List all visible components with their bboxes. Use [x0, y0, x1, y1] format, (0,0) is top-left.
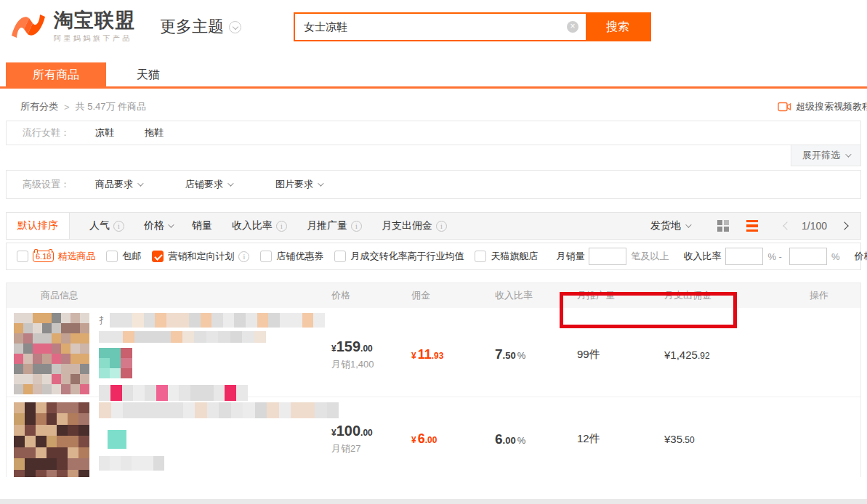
info-icon[interactable] — [436, 221, 447, 232]
col-monthly-commission: 月支出佣金 — [664, 289, 810, 302]
taobao-union-logo-icon — [9, 10, 48, 44]
info-icon[interactable] — [238, 251, 249, 262]
col-actions: 操作 — [810, 289, 860, 302]
commission-cell: ¥6.00 — [411, 431, 495, 447]
sort-popularity[interactable]: 人气 — [89, 219, 124, 232]
monthly-sales-suffix: 笔及以上 — [631, 250, 669, 263]
censored-product-image[interactable] — [14, 313, 89, 394]
promo-badge-icon: 6.18 — [33, 251, 54, 262]
monthly-promo-cell: 12件 — [577, 432, 664, 446]
search-box: × 搜索 — [294, 12, 651, 41]
price-cell: ¥100.00 月销27 — [331, 423, 411, 455]
dropdown-shop-requirements[interactable]: 店铺要求 — [185, 178, 249, 191]
expand-filter-label: 展开筛选 — [802, 149, 840, 162]
video-tutorial-link[interactable]: 超级搜索视频教程 — [778, 100, 867, 113]
col-product-info: 商品信息 — [41, 289, 331, 302]
grid-view-icon[interactable] — [717, 220, 729, 232]
col-price: 价格 — [331, 289, 411, 302]
logo-subtitle: 阿里妈妈旗下产品 — [54, 33, 135, 44]
checkbox[interactable] — [334, 251, 346, 262]
sort-price[interactable]: 价格 — [144, 219, 172, 232]
censored-product-title[interactable] — [99, 402, 339, 477]
monthly-promo-cell: 99件 — [577, 348, 664, 362]
filter-option-sandals[interactable]: 凉鞋 — [95, 126, 114, 139]
sort-monthly-promo[interactable]: 月推广量 — [307, 219, 362, 232]
col-commission: 佣金 — [411, 289, 495, 302]
monthly-sales-input[interactable] — [589, 248, 626, 265]
logo-title: 淘宝联盟 — [54, 11, 135, 31]
search-button[interactable]: 搜索 — [586, 14, 650, 40]
more-topics-label: 更多主题 — [160, 16, 224, 38]
chevron-down-icon — [845, 151, 851, 157]
monthly-sales: 月销27 — [331, 442, 411, 455]
taobao-union-search-page: { "brand": { "title": "淘宝联盟", "subtitle"… — [0, 0, 867, 504]
info-icon[interactable] — [351, 221, 362, 232]
category-filter-label: 流行女鞋： — [7, 126, 95, 139]
dropdown-product-requirements[interactable]: 商品要求 — [95, 178, 159, 191]
income-ratio-max-input[interactable] — [789, 248, 827, 265]
video-camera-icon — [778, 102, 791, 112]
list-view-icon[interactable] — [746, 220, 758, 232]
checkbox-featured-products[interactable]: 6.18 精选商品 — [17, 250, 95, 263]
tab-bar: 所有商品 天猫 — [0, 62, 867, 89]
checkbox-tmall-flagship[interactable]: 天猫旗舰店 — [475, 250, 538, 263]
chevron-right-icon[interactable] — [840, 221, 848, 229]
sort-default[interactable]: 默认排序 — [7, 213, 70, 239]
checkbox[interactable] — [475, 251, 486, 262]
expand-filter-button[interactable]: 展开筛选 — [791, 145, 861, 166]
monthly-sales-label: 月销量 — [556, 250, 584, 263]
chevron-down-icon — [685, 221, 691, 227]
info-icon[interactable] — [113, 221, 124, 232]
chevron-down-icon — [318, 180, 323, 186]
tab-all-products[interactable]: 所有商品 — [6, 62, 106, 86]
chevron-down-icon — [227, 180, 233, 186]
checkbox[interactable] — [17, 251, 28, 262]
income-ratio-min-input[interactable] — [725, 248, 763, 265]
quick-filter-panel: 6.18 精选商品 包邮 营销和定向计划 店铺优惠券 月成交转化率高于行业均值 … — [6, 243, 861, 270]
search-input[interactable] — [295, 14, 567, 40]
chevron-down-icon — [168, 221, 174, 227]
info-icon[interactable] — [276, 221, 287, 232]
more-topics-menu[interactable]: 更多主题 — [160, 16, 241, 38]
video-tutorial-label: 超级搜索视频教程 — [796, 100, 867, 113]
checkbox-marketing-plan[interactable]: 营销和定向计划 — [152, 250, 249, 263]
table-header-row: 商品信息 价格 佣金 收入比率 月推广量 月支出佣金 操作 — [7, 283, 860, 308]
page-indicator: 1/100 — [802, 220, 827, 232]
advanced-settings-panel: 高级设置： 商品要求 店铺要求 图片要求 — [6, 170, 861, 199]
col-monthly-promo: 月推广量 — [577, 289, 664, 302]
price-label: 价格 — [854, 250, 867, 263]
checkbox-conversion-above-average[interactable]: 月成交转化率高于行业均值 — [334, 250, 464, 263]
filter-option-slippers[interactable]: 拖鞋 — [145, 126, 164, 139]
checkbox[interactable] — [106, 251, 118, 262]
commission-cell: ¥11.93 — [411, 347, 495, 362]
censored-product-title[interactable]: 扌 — [99, 313, 325, 401]
breadcrumb: 所有分类 > 共 5.47万 件商品 超级搜索视频教程 — [0, 100, 867, 113]
breadcrumb-separator: > — [64, 102, 70, 113]
expand-filter-row: 展开筛选 — [6, 145, 861, 166]
income-ratio-label: 收入比率 — [683, 250, 721, 263]
checkbox-free-shipping[interactable]: 包邮 — [106, 250, 141, 263]
income-ratio-cell: 7.50% — [495, 346, 577, 362]
page-header: 淘宝联盟 阿里妈妈旗下产品 更多主题 × 搜索 — [0, 0, 867, 54]
tab-tmall[interactable]: 天猫 — [106, 62, 190, 86]
dropdown-image-requirements[interactable]: 图片要求 — [275, 178, 339, 191]
checkbox-shop-coupon[interactable]: 店铺优惠券 — [260, 250, 323, 263]
checkbox[interactable] — [152, 251, 164, 262]
chevron-left-icon[interactable] — [783, 221, 791, 229]
sort-monthly-commission[interactable]: 月支出佣金 — [382, 219, 447, 232]
logo[interactable]: 淘宝联盟 阿里妈妈旗下产品 — [9, 10, 135, 44]
percent-dash: % - — [767, 251, 782, 262]
advanced-settings-label: 高级设置： — [7, 178, 95, 191]
sort-bar: 默认排序 人气 价格 销量 收入比率 月推广量 月支出佣金 发货地 1/100 — [6, 212, 861, 240]
chevron-down-icon — [229, 21, 241, 33]
breadcrumb-category[interactable]: 所有分类 — [20, 100, 58, 113]
income-ratio-cell: 6.00% — [495, 431, 577, 447]
monthly-sales: 月销1,400 — [331, 358, 411, 371]
clear-search-icon[interactable]: × — [567, 21, 578, 33]
category-filter-panel: 流行女鞋： 凉鞋 拖鞋 — [6, 121, 861, 145]
ship-from-dropdown[interactable]: 发货地 — [650, 219, 690, 232]
censored-product-image[interactable] — [14, 402, 89, 477]
checkbox[interactable] — [260, 251, 272, 262]
sort-sales[interactable]: 销量 — [192, 219, 212, 232]
sort-income-ratio[interactable]: 收入比率 — [232, 219, 287, 232]
